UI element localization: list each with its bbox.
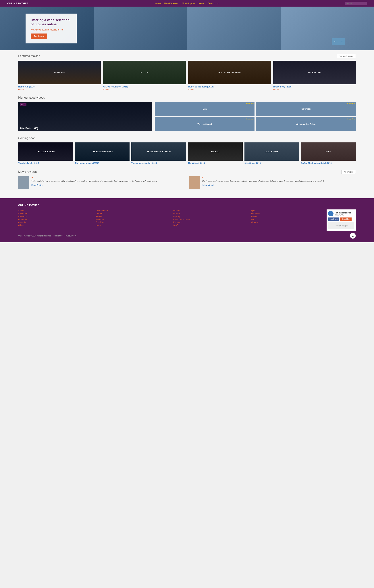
movie-poster: BROKEN CITY (273, 61, 356, 84)
reviews-section: Movie reviews All reviews " "After Earth… (18, 170, 356, 189)
footer-link[interactable]: Movies (173, 210, 245, 212)
like-page-button[interactable]: Like Page (328, 218, 339, 220)
coming-poster-text: THE NUMBERS STATION (146, 150, 171, 153)
footer-link[interactable]: Sport (251, 210, 323, 212)
view-all-movies-button[interactable]: View all movies (337, 54, 356, 58)
footer-col: ActionAdventureAnimationBiographyComedyC… (18, 210, 90, 227)
footer-link[interactable]: Adventure (18, 212, 90, 215)
footer-link[interactable]: Film Noir (96, 221, 168, 223)
review-author: Mark Foster (31, 184, 157, 186)
hero-prev-button[interactable]: ← (332, 38, 338, 45)
review-card: " "After Earth" is how a perfect sci-fi … (18, 176, 185, 189)
coming-title: The dark knight (2016) (18, 162, 73, 164)
hero-overlay: Offering a wide selection of movies onli… (26, 14, 77, 43)
coming-soon-header: Coming soon (18, 136, 356, 140)
coming-soon-card[interactable]: THE DARK KNIGHT The dark knight (2016) (18, 142, 73, 164)
movie-title: Bullet to the head (2015) (188, 85, 271, 88)
rated-side-card[interactable]: Olympus Has Fallen ★★★★☆ (256, 117, 356, 131)
footer-link[interactable]: Romance (173, 221, 245, 223)
main-nav: HomeNew ReleasesMost PopularNewsContact … (155, 2, 218, 5)
reviews-grid: " "After Earth" is how a perfect sci-fi … (18, 176, 356, 189)
nav-item-home[interactable]: Home (155, 2, 161, 5)
coming-soon-card[interactable]: THE NUMBERS STATION The numbers station … (131, 142, 186, 164)
featured-header: Featured movies View all movies (18, 54, 356, 58)
hero-next-button[interactable]: → (338, 38, 345, 45)
poster-text: HOME RUN (53, 71, 66, 74)
coming-soon-card[interactable]: WICKED The Wicked (2016) (188, 142, 243, 164)
rated-side-img: Man (155, 102, 254, 116)
footer: ONLINE MOVIES ActionAdventureAnimationBi… (0, 198, 374, 242)
poster-text: G.I. JOE (140, 71, 149, 74)
review-author: Helen Wood (202, 184, 324, 186)
footer-link[interactable]: Drama (96, 212, 168, 215)
rated-side-card[interactable]: The Croods ★★★★★ (256, 102, 356, 116)
footer-link[interactable]: Featured (96, 218, 168, 220)
featured-movie-card[interactable]: BULLET TO THE HEAD Bullet to the head (2… (188, 61, 271, 91)
footer-link[interactable]: Documentary (96, 210, 168, 212)
featured-movie-card[interactable]: G.I. JOE GI Joe retaliation (2015) Actio… (103, 61, 186, 91)
review-content: " The "Home Run" movie, presented on you… (202, 176, 324, 186)
footer-link[interactable]: Mystery (173, 215, 245, 218)
movie-genre: Drama (273, 88, 356, 91)
footer-link[interactable]: Thriller (251, 215, 323, 218)
footer-link[interactable]: Animation (18, 215, 90, 218)
footer-link[interactable]: Musical (173, 212, 245, 215)
coming-soon-card[interactable]: THE HUNGER GAMES The hunger games (2016) (75, 142, 130, 164)
review-card: " The "Home Run" movie, presented on you… (189, 176, 356, 189)
coming-soon-title: Coming soon (18, 136, 35, 140)
featured-movie-card[interactable]: BROKEN CITY Broken city (2015) Drama (273, 61, 356, 91)
hero-cta-button[interactable]: Read more (31, 33, 47, 39)
rated-main-movie[interactable]: Sci Fi After Earth (2015) (18, 102, 152, 131)
footer-columns: ActionAdventureAnimationBiographyComedyC… (18, 210, 323, 227)
search-input[interactable] (345, 2, 367, 5)
footer-link[interactable]: War (251, 218, 323, 220)
footer-link[interactable]: Horror (96, 224, 168, 226)
rated-side-text: Olympus Has Fallen (295, 122, 316, 126)
footer-link[interactable]: Comedy (18, 221, 90, 223)
rated-side-card[interactable]: The Last Stand ★★★★☆ (155, 117, 254, 131)
footer-widget: TM TemplateMonster 22,004,981 Like Page … (327, 210, 356, 231)
back-to-top-button[interactable]: ▲ (350, 233, 356, 239)
reviews-header: Movie reviews All reviews (18, 170, 356, 174)
rated-label: Sci Fi (20, 103, 26, 106)
featured-movie-card[interactable]: HOME RUN Home run (2016) Drama (18, 61, 101, 91)
footer-link[interactable]: Talk Show (251, 212, 323, 215)
footer-link[interactable]: Crime (18, 224, 90, 226)
footer-link[interactable]: Biography (18, 218, 90, 220)
nav-item-news[interactable]: News (199, 2, 204, 5)
hero-title: Offering a wide selection of movies onli… (31, 18, 71, 27)
nav-item-most-popular[interactable]: Most Popular (182, 2, 195, 5)
rated-side-card[interactable]: Man ★★★★☆ (155, 102, 254, 116)
review-content: " "After Earth" is how a perfect sci-fi … (31, 176, 157, 186)
movie-poster: HOME RUN (18, 61, 101, 84)
coming-poster: THE NUMBERS STATION (131, 142, 186, 161)
coming-poster: SAGA (301, 142, 356, 161)
coming-title: The hunger games (2016) (75, 162, 130, 164)
coming-title: The numbers station (2016) (131, 162, 186, 164)
star-rating: ★★★★☆ (347, 118, 355, 120)
coming-soon-card[interactable]: ALEX CROSS Alex Cross (2016) (244, 142, 299, 164)
coming-soon-card[interactable]: SAGA SAGA: The Shadow Cabal (2016) (301, 142, 356, 164)
all-reviews-button[interactable]: All reviews (341, 170, 356, 174)
footer-link[interactable]: Sci-Fi (173, 224, 245, 226)
star-rating: ★★★★☆ (246, 118, 254, 120)
footer-link[interactable]: Action (18, 210, 90, 212)
main-content: Featured movies View all movies HOME RUN… (0, 50, 374, 198)
footer-link[interactable]: Western (251, 221, 323, 223)
footer-link[interactable]: Family (96, 215, 168, 218)
nav-item-contact-us[interactable]: Contact Us (208, 2, 219, 5)
nav-item-new-releases[interactable]: New Releases (164, 2, 178, 5)
featured-title: Featured movies (18, 54, 40, 58)
footer-col: DocumentaryDramaFamilyFeaturedFilm NoirH… (96, 210, 168, 227)
rated-side-text: Man (202, 107, 207, 111)
hero-face-3 (187, 7, 281, 50)
featured-section: Featured movies View all movies HOME RUN… (18, 54, 356, 91)
shop-now-button[interactable]: Shop Now (340, 218, 351, 220)
star-rating: ★★★★★ (347, 103, 355, 105)
hero-banner: Offering a wide selection of movies onli… (0, 7, 374, 50)
widget-preview: Preview images (328, 222, 354, 229)
coming-poster-text: WICKED (211, 150, 220, 153)
movie-title: GI Joe retaliation (2015) (103, 85, 186, 88)
footer-link[interactable]: Reality TV & News (173, 218, 245, 220)
highest-rated-header: Highest rated videos (18, 96, 356, 99)
